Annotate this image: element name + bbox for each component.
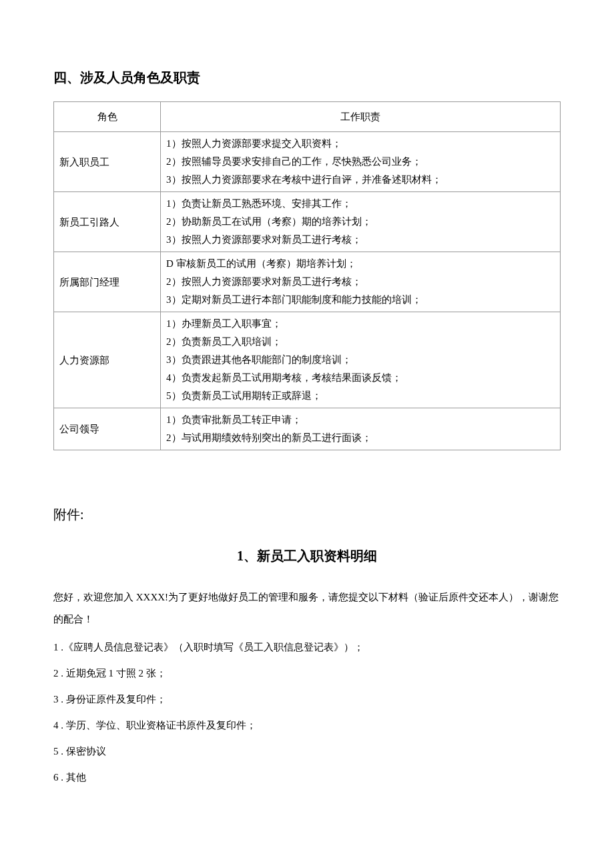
attachment-title: 1、新员工入职资料明细 — [53, 545, 561, 566]
table-row: 人力资源部 1）办理新员工入职事宜；2）负责新员工入职培训；3）负责跟进其他各职… — [54, 312, 561, 408]
duties-cell: 1）负责审批新员工转正申请；2）与试用期绩效特别突出的新员工进行面谈； — [161, 408, 561, 450]
table-row: 新员工引路人 1）负责让新员工熟悉环境、安排其工作；2）协助新员工在试用（考察）… — [54, 192, 561, 252]
table-row: 所属部门经理 D 审核新员工的试用（考察）期培养计划；2）按照人力资源部要求对新… — [54, 252, 561, 312]
role-cell: 人力资源部 — [54, 312, 161, 408]
table-row: 公司领导 1）负责审批新员工转正申请；2）与试用期绩效特别突出的新员工进行面谈； — [54, 408, 561, 450]
role-cell: 新员工引路人 — [54, 192, 161, 252]
table-row: 新入职员工 1）按照人力资源部要求提交入职资料；2）按照辅导员要求安排自己的工作… — [54, 132, 561, 192]
duties-cell: 1）负责让新员工熟悉环境、安排其工作；2）协助新员工在试用（考察）期的培养计划；… — [161, 192, 561, 252]
list-item: 5 . 保密协议 — [53, 739, 561, 765]
role-cell: 新入职员工 — [54, 132, 161, 192]
header-duties: 工作职责 — [161, 102, 561, 132]
role-cell: 所属部门经理 — [54, 252, 161, 312]
header-role: 角色 — [54, 102, 161, 132]
list-item: 3 . 身份证原件及复印件； — [53, 687, 561, 713]
duties-cell: D 审核新员工的试用（考察）期培养计划；2）按照人力资源部要求对新员工进行考核；… — [161, 252, 561, 312]
list-item: 2 . 近期免冠 1 寸照 2 张； — [53, 661, 561, 687]
duties-cell: 1）按照人力资源部要求提交入职资料；2）按照辅导员要求安排自己的工作，尽快熟悉公… — [161, 132, 561, 192]
list-item: 4 . 学历、学位、职业资格证书原件及复印件； — [53, 713, 561, 739]
list-item: 1 .《应聘人员信息登记表》（入职时填写《员工入职信息登记表》）； — [53, 634, 561, 661]
duties-cell: 1）办理新员工入职事宜；2）负责新员工入职培训；3）负责跟进其他各职能部门的制度… — [161, 312, 561, 408]
table-header-row: 角色 工作职责 — [54, 102, 561, 132]
section-title: 四、涉及人员角色及职责 — [53, 67, 561, 88]
role-cell: 公司领导 — [54, 408, 161, 450]
attachment-label: 附件: — [53, 504, 561, 525]
list-item: 6 . 其他 — [53, 765, 561, 791]
roles-duties-table: 角色 工作职责 新入职员工 1）按照人力资源部要求提交入职资料；2）按照辅导员要… — [53, 101, 561, 450]
attachment-intro: 您好，欢迎您加入 XXXX!为了更好地做好员工的管理和服务，请您提交以下材料（验… — [53, 586, 561, 630]
